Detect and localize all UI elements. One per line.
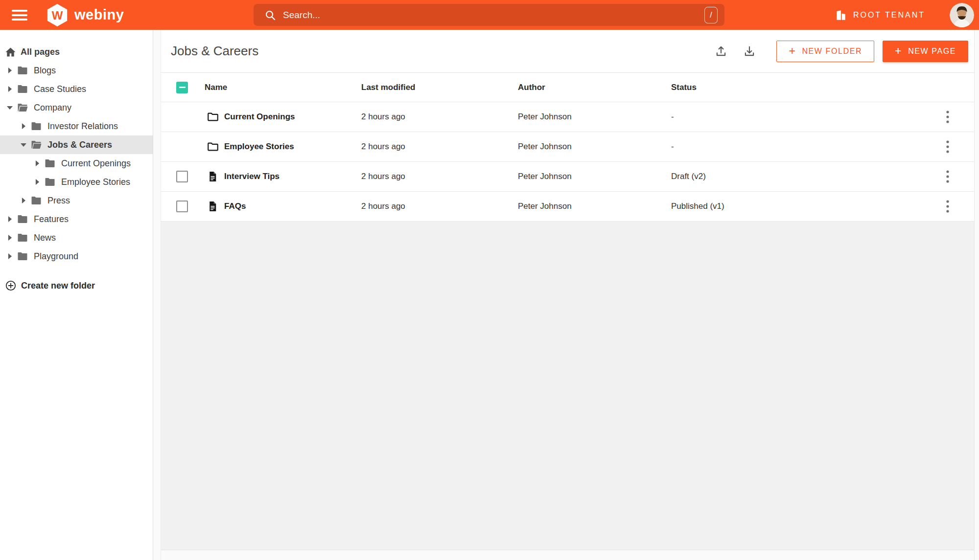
row-menu-button[interactable]	[943, 200, 953, 213]
content-header: Jobs & Careers + NEW FOLDER + NEW PAGE	[161, 30, 974, 72]
chevron-right-icon[interactable]	[20, 123, 27, 129]
webiny-hexagon-icon: W	[45, 3, 70, 27]
document-icon	[207, 201, 219, 213]
plus-icon: +	[895, 45, 902, 57]
chevron-down-icon[interactable]	[6, 105, 14, 111]
chevron-right-icon[interactable]	[33, 179, 41, 185]
kebab-icon	[946, 111, 949, 123]
chevron-right-icon[interactable]	[6, 216, 14, 222]
row-author: Peter Johnson	[518, 112, 572, 122]
row-author: Peter Johnson	[518, 142, 572, 152]
column-header-status[interactable]: Status	[671, 83, 697, 92]
table-row[interactable]: Employee Stories 2 hours ago Peter Johns…	[161, 132, 974, 162]
folder-icon	[44, 157, 56, 169]
horizontal-scrollbar-track[interactable]	[161, 550, 974, 560]
avatar[interactable]	[950, 3, 974, 27]
sidebar-item-all-pages[interactable]: All pages	[0, 43, 153, 61]
svg-text:W: W	[52, 8, 63, 22]
row-menu-button[interactable]	[943, 170, 953, 183]
row-modified: 2 hours ago	[361, 172, 405, 181]
table-row[interactable]: Interview Tips 2 hours ago Peter Johnson…	[161, 162, 974, 192]
table-row[interactable]: Current Openings 2 hours ago Peter Johns…	[161, 102, 974, 132]
kebab-icon	[946, 140, 949, 153]
global-search[interactable]: /	[254, 4, 724, 26]
folder-icon	[17, 65, 28, 76]
export-pages-button[interactable]	[713, 43, 729, 60]
import-pages-button[interactable]	[741, 43, 758, 60]
chevron-right-icon[interactable]	[33, 160, 41, 166]
pages-table: Name Last modified Author Status Current…	[161, 72, 974, 222]
chevron-down-icon[interactable]	[20, 142, 27, 148]
folder-icon	[17, 83, 28, 95]
row-name: FAQs	[224, 202, 246, 211]
sidebar-item-label: News	[34, 233, 56, 243]
sidebar-item-label: Current Openings	[61, 158, 131, 169]
select-all-checkbox[interactable]	[176, 82, 188, 93]
chevron-right-icon[interactable]	[6, 86, 14, 92]
sidebar-item-current-openings[interactable]: Current Openings	[0, 154, 153, 173]
chevron-right-icon[interactable]	[6, 67, 14, 73]
new-folder-button[interactable]: + NEW FOLDER	[776, 41, 874, 62]
row-modified: 2 hours ago	[361, 112, 405, 122]
folder-icon	[30, 195, 42, 206]
download-icon	[743, 45, 756, 58]
upload-icon	[715, 45, 727, 58]
kebab-icon	[946, 200, 949, 213]
folder-open-icon	[17, 102, 28, 113]
building-icon	[835, 9, 847, 22]
row-status: -	[671, 112, 674, 122]
sidebar-item-employee-stories[interactable]: Employee Stories	[0, 173, 153, 191]
tenant-selector[interactable]: ROOT TENANT	[835, 0, 925, 30]
new-page-button[interactable]: + NEW PAGE	[883, 41, 968, 62]
sidebar-item-blogs[interactable]: Blogs	[0, 61, 153, 80]
row-checkbox[interactable]	[176, 171, 188, 182]
sidebar-item-investor-relations[interactable]: Investor Relations	[0, 117, 153, 135]
sidebar-item-case-studies[interactable]: Case Studies	[0, 80, 153, 98]
folder-icon	[17, 250, 28, 262]
row-status: Draft (v2)	[671, 172, 706, 181]
row-menu-button[interactable]	[943, 110, 953, 124]
sidebar-item-jobs-careers[interactable]: Jobs & Careers	[0, 135, 153, 154]
search-input[interactable]	[283, 10, 704, 21]
folder-outline-icon	[207, 140, 219, 153]
sidebar-item-label: Press	[47, 196, 70, 206]
home-icon	[5, 46, 16, 58]
folder-icon	[44, 176, 56, 188]
sidebar-item-features[interactable]: Features	[0, 210, 153, 228]
table-row[interactable]: FAQs 2 hours ago Peter Johnson Published…	[161, 192, 974, 222]
hamburger-menu-icon[interactable]	[12, 10, 27, 21]
sidebar-item-news[interactable]: News	[0, 228, 153, 247]
column-header-author[interactable]: Author	[518, 83, 545, 92]
folder-open-icon	[30, 139, 42, 151]
create-new-folder-button[interactable]: Create new folder	[0, 276, 153, 295]
row-menu-button[interactable]	[943, 140, 953, 154]
chevron-right-icon[interactable]	[6, 235, 14, 241]
table-header-row: Name Last modified Author Status	[161, 72, 974, 102]
chevron-right-icon[interactable]	[6, 253, 14, 259]
top-app-bar: W webiny / ROOT TENANT	[0, 0, 979, 30]
chevron-right-icon[interactable]	[20, 198, 27, 203]
row-status: Published (v1)	[671, 202, 724, 211]
create-folder-label: Create new folder	[21, 281, 95, 291]
folder-icon	[17, 232, 28, 244]
new-folder-label: NEW FOLDER	[802, 47, 862, 56]
sidebar-item-label: Company	[34, 103, 71, 113]
folder-icon	[30, 120, 42, 132]
row-checkbox[interactable]	[176, 201, 188, 212]
sidebar-item-label: Features	[34, 214, 69, 224]
empty-content-area	[161, 222, 974, 550]
sidebar-item-press[interactable]: Press	[0, 191, 153, 210]
sidebar-item-label: Jobs & Careers	[47, 140, 112, 150]
vertical-scrollbar-track[interactable]	[974, 30, 979, 560]
search-shortcut-badge: /	[704, 7, 718, 23]
webiny-logo[interactable]: W webiny	[45, 3, 124, 27]
column-header-name[interactable]: Name	[205, 83, 227, 92]
column-header-modified[interactable]: Last modified	[361, 83, 416, 92]
kebab-icon	[946, 170, 949, 183]
sidebar-item-playground[interactable]: Playground	[0, 247, 153, 266]
row-name: Current Openings	[224, 112, 295, 122]
row-modified: 2 hours ago	[361, 202, 405, 211]
circle-plus-icon	[5, 280, 17, 291]
row-name: Employee Stories	[224, 142, 294, 152]
sidebar-item-company[interactable]: Company	[0, 98, 153, 117]
